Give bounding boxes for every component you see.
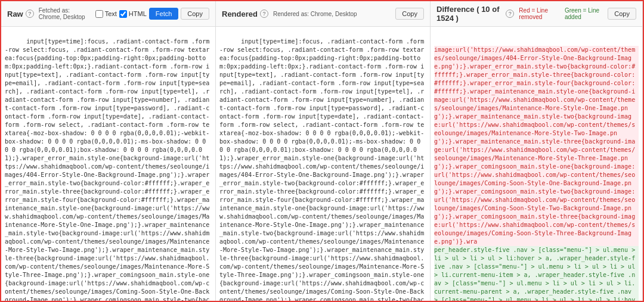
diff-info-icon[interactable]: ? — [506, 10, 514, 18]
diff-removed-line: image:url('https://www.shahidmaqbool.com… — [434, 46, 639, 246]
raw-copy-button[interactable]: Copy — [181, 8, 209, 20]
raw-title: Raw — [7, 10, 23, 18]
diff-panel-header: Difference ( 10 of 1524 ) ? Red = Line r… — [431, 1, 643, 26]
rendered-copy-button[interactable]: Copy — [395, 8, 424, 20]
diff-added-line: per_header.style-five .nav > [class="men… — [434, 246, 639, 301]
raw-text: input[type=time]:focus, .radiant-contact… — [5, 38, 209, 301]
rendered-info-icon[interactable]: ? — [260, 10, 268, 18]
diff-copy-button[interactable]: Copy — [608, 8, 636, 20]
html-checkbox-label[interactable]: HTML — [119, 10, 147, 18]
text-checkbox[interactable] — [95, 10, 103, 18]
text-checkbox-label[interactable]: Text — [95, 10, 117, 18]
html-checkbox[interactable] — [119, 10, 127, 18]
raw-panel-header: Raw ? Fetched as: Chrome, Desktop Text H… — [1, 1, 216, 26]
raw-info-icon[interactable]: ? — [26, 10, 34, 18]
rendered-text: input[type=time]:focus, .radiant-contact… — [219, 38, 424, 301]
main-container: Raw ? Fetched as: Chrome, Desktop Text H… — [0, 0, 644, 302]
rendered-fetched-label: Rendered as: Chrome, Desktop — [273, 11, 357, 17]
rendered-title: Rendered — [222, 10, 258, 18]
content-row: input[type=time]:focus, .radiant-contact… — [1, 27, 643, 301]
diff-content[interactable]: image:url('https://www.shahidmaqbool.com… — [431, 27, 643, 301]
diff-title: Difference ( 10 of 1524 ) — [436, 5, 503, 23]
rendered-content[interactable]: input[type=time]:focus, .radiant-contact… — [216, 27, 431, 301]
header-row: Raw ? Fetched as: Chrome, Desktop Text H… — [1, 1, 643, 27]
diff-legend: Red = Line removed Green = Line added — [519, 7, 605, 20]
legend-removed: Red = Line removed — [519, 7, 560, 20]
rendered-panel-header: Rendered ? Rendered as: Chrome, Desktop … — [216, 1, 431, 26]
fetch-button[interactable]: Fetch — [149, 8, 179, 20]
raw-fetched-label: Fetched as: Chrome, Desktop — [39, 7, 92, 20]
legend-added: Green = Line added — [565, 7, 605, 20]
raw-content[interactable]: input[type=time]:focus, .radiant-contact… — [1, 27, 216, 301]
